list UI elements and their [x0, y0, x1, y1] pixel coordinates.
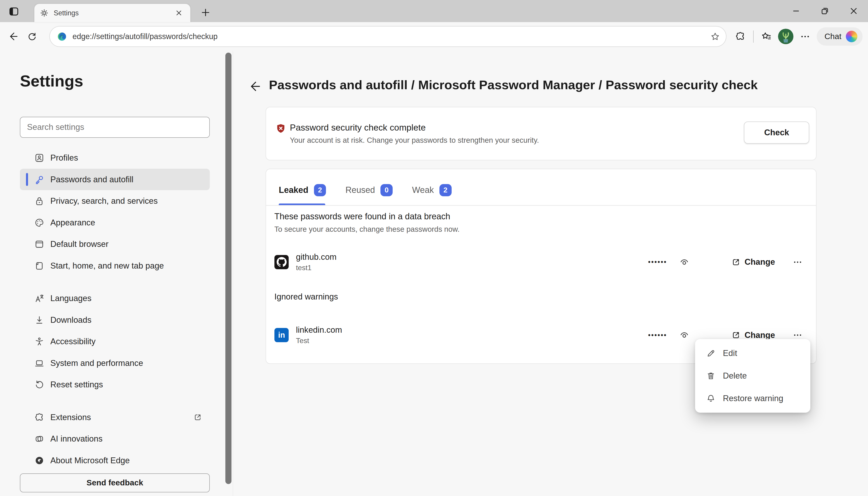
tab-leaked[interactable]: Leaked 2: [279, 184, 326, 196]
change-password-link[interactable]: Change: [731, 330, 775, 340]
extensions-button[interactable]: [731, 27, 750, 46]
gear-icon: [40, 9, 49, 17]
sidebar-item-system-performance[interactable]: System and performance: [20, 352, 210, 374]
page-scrollbar[interactable]: [225, 52, 231, 490]
tab-count-badge: 2: [314, 184, 326, 196]
tab-switcher-button[interactable]: [5, 4, 22, 19]
scrollbar-thumb[interactable]: [225, 52, 231, 484]
sidebar-item-label: Appearance: [50, 218, 95, 228]
settings-more-button[interactable]: [796, 27, 814, 46]
row-context-menu: Edit Delete Restore warning: [695, 339, 810, 413]
window-controls: [782, 0, 868, 22]
show-password-button[interactable]: [678, 329, 690, 341]
sidebar-item-label: Extensions: [50, 413, 91, 422]
back-arrow-icon: [249, 80, 262, 93]
site-info: linkedin.com Test: [296, 325, 342, 345]
copilot-outline-icon: [34, 434, 44, 444]
sidebar-item-label: Accessibility: [50, 337, 95, 346]
settings-sidebar: Settings Profiles Passwords and autofill: [0, 51, 233, 496]
context-menu-edit[interactable]: Edit: [695, 342, 810, 364]
sidebar-item-extensions[interactable]: Extensions: [20, 406, 210, 428]
sidebar-item-privacy[interactable]: Privacy, search, and services: [20, 190, 210, 212]
tab-reused[interactable]: Reused 0: [345, 184, 393, 196]
edge-site-icon: [57, 32, 67, 42]
context-menu-label: Delete: [723, 371, 747, 381]
sidebar-item-label: Passwords and autofill: [50, 175, 133, 184]
send-feedback-button[interactable]: Send feedback: [20, 474, 210, 492]
bookmark-star-icon[interactable]: [710, 32, 720, 41]
new-tab-button[interactable]: [198, 5, 213, 20]
sidebar-nav: Profiles Passwords and autofill Privacy,…: [20, 147, 210, 471]
tab-close-button[interactable]: [173, 7, 185, 19]
sidebar-item-about-edge[interactable]: About Microsoft Edge: [20, 450, 210, 471]
row-more-button[interactable]: [792, 256, 804, 268]
chat-button[interactable]: Chat: [817, 27, 862, 46]
page-icon: [34, 261, 44, 271]
sidebar-item-accessibility[interactable]: Accessibility: [20, 331, 210, 352]
profile-avatar[interactable]: [778, 29, 794, 44]
laptop-icon: [34, 358, 44, 368]
tab-weak[interactable]: Weak 2: [412, 184, 452, 196]
sidebar-item-ai-innovations[interactable]: AI innovations: [20, 428, 210, 450]
tab-label: Leaked: [279, 185, 308, 195]
sidebar-item-languages[interactable]: Languages: [20, 288, 210, 309]
external-link-icon: [193, 413, 202, 422]
download-icon: [34, 315, 44, 325]
page-back-button[interactable]: [247, 79, 263, 94]
minimize-icon: [793, 8, 799, 14]
show-password-button[interactable]: [678, 256, 690, 268]
puzzle-icon: [34, 413, 44, 422]
change-password-link[interactable]: Change: [731, 257, 775, 267]
bell-icon: [706, 394, 716, 403]
check-button[interactable]: Check: [744, 122, 809, 144]
address-bar[interactable]: edge://settings/autofill/passwords/check…: [49, 26, 727, 47]
ignored-warnings-title: Ignored warnings: [274, 292, 338, 301]
palette-icon: [34, 218, 44, 228]
back-button[interactable]: [4, 27, 23, 46]
site-info: github.com test1: [296, 252, 336, 272]
trash-icon: [706, 371, 716, 381]
copilot-icon: [846, 31, 857, 42]
restore-icon: [821, 7, 828, 15]
result-tabs: Leaked 2 Reused 0 Weak 2: [279, 184, 451, 196]
content-area: Settings Profiles Passwords and autofill: [0, 51, 868, 496]
url-text[interactable]: edge://settings/autofill/passwords/check…: [73, 32, 710, 41]
sidebar-item-profiles[interactable]: Profiles: [20, 147, 210, 169]
tab-switcher-icon: [9, 6, 19, 17]
sidebar-item-downloads[interactable]: Downloads: [20, 309, 210, 331]
favorites-list-icon: [761, 31, 772, 42]
search-settings-input[interactable]: [20, 117, 210, 138]
sidebar-item-reset-settings[interactable]: Reset settings: [20, 374, 210, 396]
refresh-icon: [27, 32, 37, 42]
sidebar-item-label: AI innovations: [50, 434, 103, 444]
context-menu-delete[interactable]: Delete: [695, 365, 810, 387]
sidebar-item-start-home-newtab[interactable]: Start, home, and new tab page: [20, 255, 210, 277]
sidebar-item-label: Default browser: [50, 239, 108, 249]
shield-error-icon: [275, 123, 286, 134]
restore-button[interactable]: [810, 0, 839, 22]
accessibility-icon: [34, 337, 44, 346]
tab-label: Reused: [345, 185, 375, 195]
tab-settings[interactable]: Settings: [34, 4, 191, 22]
refresh-button[interactable]: [23, 27, 41, 46]
close-window-button[interactable]: [839, 0, 868, 22]
sidebar-item-default-browser[interactable]: Default browser: [20, 233, 210, 255]
sidebar-item-label: About Microsoft Edge: [50, 456, 130, 465]
sidebar-title: Settings: [20, 72, 83, 90]
favorites-button[interactable]: [757, 27, 776, 46]
github-icon: [274, 255, 289, 269]
sidebar-item-label: Profiles: [50, 153, 78, 162]
sidebar-item-label: Downloads: [50, 315, 92, 325]
sidebar-item-appearance[interactable]: Appearance: [20, 212, 210, 234]
site-name: github.com: [296, 252, 336, 262]
change-label: Change: [745, 257, 775, 267]
minimize-button[interactable]: [782, 0, 810, 22]
lock-icon: [34, 196, 44, 206]
context-menu-restore-warning[interactable]: Restore warning: [695, 387, 810, 410]
page-title: Passwords and autofill / Microsoft Passw…: [269, 77, 758, 92]
key-icon: [34, 175, 44, 185]
edge-browser-window: Settings: [0, 0, 868, 496]
sidebar-item-passwords-and-autofill[interactable]: Passwords and autofill: [20, 169, 210, 190]
more-ellipsis-icon: [793, 331, 802, 340]
sidebar-item-label: Privacy, search, and services: [50, 196, 158, 206]
